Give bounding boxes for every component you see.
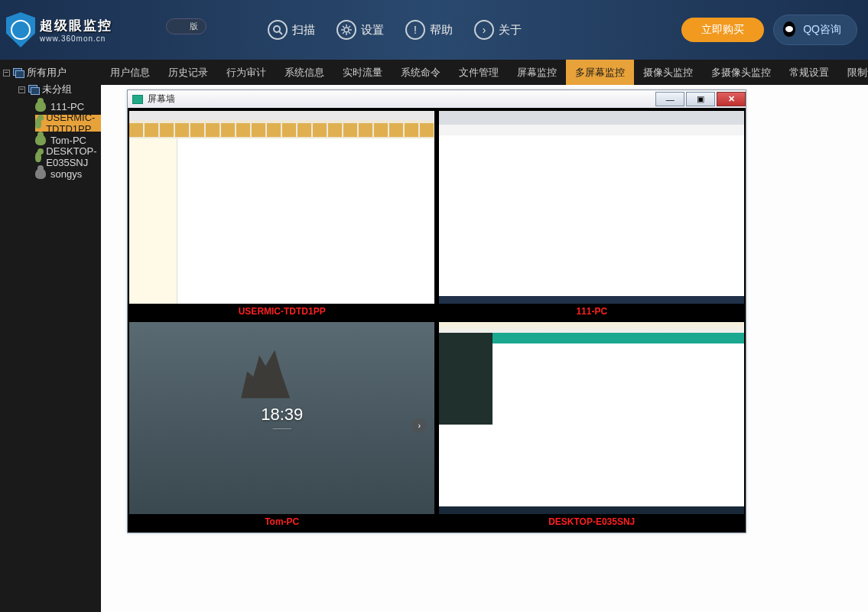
tree-node-ungrouped[interactable]: − 未分组 [0, 81, 101, 98]
svg-line-7 [343, 26, 344, 28]
chevron-right-icon: › [474, 20, 494, 40]
screen-label: Tom-PC [129, 514, 434, 529]
qq-label: QQ咨询 [803, 23, 841, 37]
user-name: Tom-PC [50, 135, 86, 146]
screen-thumbnail[interactable]: 18:39———› [129, 322, 434, 515]
ungrouped-label: 未分组 [42, 83, 72, 96]
help-icon: ! [405, 20, 425, 40]
collapse-icon[interactable]: − [3, 70, 10, 76]
user-icon [35, 118, 41, 129]
screen-thumbnail[interactable] [439, 322, 744, 515]
tree-root-all-users[interactable]: − 所有用户 [0, 64, 101, 81]
tab[interactable]: 历史记录 [159, 60, 217, 85]
tab[interactable]: 文件管理 [450, 60, 508, 85]
next-arrow-icon: › [411, 418, 427, 433]
user-icon [35, 135, 46, 145]
all-users-label: 所有用户 [27, 66, 67, 80]
user-name: DESKTOP-E035SNJ [46, 145, 101, 168]
screen-cell[interactable]: USERMIC-TDTD1PP [129, 111, 434, 319]
user-name: 111-PC [50, 101, 84, 112]
svg-line-1 [279, 31, 282, 34]
user-row[interactable]: DESKTOP-E035SNJ [35, 148, 101, 165]
screen-cell[interactable]: 111-PC [439, 111, 744, 319]
screen-thumbnail[interactable] [129, 111, 434, 304]
tab[interactable]: 用户信息 [101, 60, 159, 85]
app-header: 超级眼监控 www.360mon.cn 版 扫描 设置 ! 帮助 › 关于 立即… [0, 0, 868, 60]
user-icon [35, 151, 41, 162]
user-row[interactable]: USERMIC-TDTD1PP [35, 115, 101, 132]
qq-penguin-icon [780, 20, 798, 40]
screen-label: DESKTOP-E035SNJ [439, 514, 744, 529]
svg-point-0 [274, 26, 280, 32]
screens-icon [13, 68, 24, 77]
window-title: 屏幕墙 [148, 93, 175, 106]
screen-wall-grid: USERMIC-TDTD1PP111-PC18:39———›Tom-PCDESK… [128, 108, 746, 532]
logo-block: 超级眼监控 www.360mon.cn [0, 12, 153, 47]
svg-line-8 [349, 32, 350, 34]
close-button[interactable]: ✕ [717, 92, 746, 106]
maximize-button[interactable]: ▣ [686, 92, 715, 106]
scan-tool[interactable]: 扫描 [268, 20, 315, 40]
svg-line-10 [349, 26, 350, 28]
app-name: 超级眼监控 [40, 17, 112, 34]
settings-tool[interactable]: 设置 [336, 20, 384, 40]
screen-cell[interactable]: DESKTOP-E035SNJ [439, 322, 744, 530]
about-label: 关于 [499, 23, 522, 37]
minimize-button[interactable]: — [655, 92, 684, 106]
tab[interactable]: 限制设置 [838, 60, 868, 85]
about-tool[interactable]: › 关于 [474, 20, 522, 40]
tab[interactable]: 多摄像头监控 [702, 60, 780, 85]
qq-consult-button[interactable]: QQ咨询 [773, 15, 857, 45]
search-icon [268, 20, 288, 40]
version-pill[interactable]: 版 [166, 18, 206, 34]
tab[interactable]: 屏幕监控 [508, 60, 566, 85]
app-url: www.360mon.cn [40, 34, 112, 43]
screen-label: 111-PC [439, 304, 744, 319]
user-icon [35, 101, 46, 112]
svg-point-2 [344, 28, 349, 32]
screen-cell[interactable]: 18:39———›Tom-PC [129, 322, 434, 530]
tab[interactable]: 摄像头监控 [634, 60, 702, 85]
tab[interactable]: 多屏幕监控 [566, 60, 634, 85]
content-area: 屏幕墙 — ▣ ✕ USERMIC-TDTD1PP111-PC18:39———›… [101, 85, 868, 612]
window-icon [132, 95, 143, 104]
tab[interactable]: 系统命令 [392, 60, 450, 85]
user-name: songys [50, 168, 82, 180]
window-titlebar[interactable]: 屏幕墙 — ▣ ✕ [128, 90, 746, 108]
gear-icon [336, 20, 356, 40]
settings-label: 设置 [361, 23, 384, 37]
help-label: 帮助 [430, 23, 453, 37]
svg-line-9 [343, 32, 344, 34]
user-icon [35, 168, 46, 179]
screen-label: USERMIC-TDTD1PP [129, 304, 434, 319]
user-name: USERMIC-TDTD1PP [46, 112, 101, 135]
collapse-icon[interactable]: − [18, 86, 25, 93]
buy-button[interactable]: 立即购买 [681, 18, 764, 42]
user-tree-sidebar: − 所有用户 − 未分组 111-PCUSERMIC-TDTD1PPTom-PC… [0, 60, 101, 612]
screens-icon [28, 85, 39, 94]
logo-shield-icon [6, 12, 35, 47]
tab[interactable]: 系统信息 [275, 60, 333, 85]
scan-label: 扫描 [292, 23, 315, 37]
tab[interactable]: 实时流量 [333, 60, 392, 85]
tab[interactable]: 行为审计 [217, 60, 275, 85]
help-tool[interactable]: ! 帮助 [405, 20, 453, 40]
tab[interactable]: 常规设置 [780, 60, 838, 85]
function-tabs: 用户信息历史记录行为审计系统信息实时流量系统命令文件管理屏幕监控多屏幕监控摄像头… [101, 60, 868, 85]
screen-thumbnail[interactable] [439, 111, 744, 304]
desktop-clock: 18:39——— [261, 405, 303, 431]
screen-wall-window: 屏幕墙 — ▣ ✕ USERMIC-TDTD1PP111-PC18:39———›… [127, 90, 746, 533]
